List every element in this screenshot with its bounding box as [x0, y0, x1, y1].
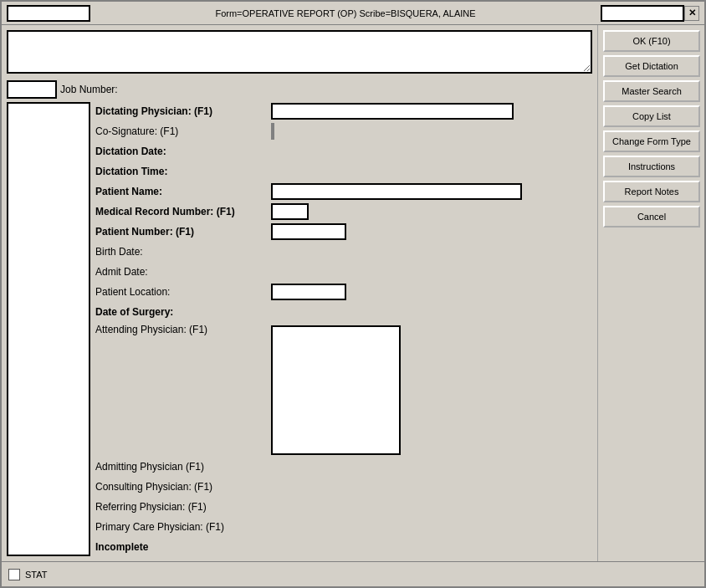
dictation-time-label: Dictation Time: [95, 166, 271, 177]
date-of-surgery-label: Date of Surgery: [95, 306, 271, 318]
birth-date-label: Birth Date: [95, 246, 271, 258]
patient-number-row: Patient Number: (F1) [95, 222, 592, 241]
medical-record-row: Medical Record Number: (F1) [95, 202, 592, 221]
change-form-type-button[interactable]: Change Form Type [603, 130, 700, 152]
patient-location-input[interactable] [271, 284, 346, 300]
right-panel: OK (F10) Get Dictation Master Search Cop… [597, 25, 704, 561]
medical-record-input[interactable] [271, 203, 309, 220]
patient-name-input[interactable] [271, 183, 522, 200]
top-input-left[interactable] [7, 5, 90, 22]
big-list-box[interactable] [7, 102, 90, 556]
patient-number-label: Patient Number: (F1) [95, 226, 271, 238]
admit-date-row: Admit Date: [95, 263, 592, 281]
ok-button[interactable]: OK (F10) [603, 30, 700, 52]
primary-care-row: Primary Care Physician: (F1) [95, 518, 592, 536]
primary-care-label: Primary Care Physician: (F1) [95, 521, 271, 533]
admitting-physician-label: Admitting Physician (F1) [95, 461, 271, 473]
patient-number-input[interactable] [271, 223, 346, 240]
top-input-right[interactable] [601, 5, 684, 22]
co-signature-row: Co-Signature: (F1) [95, 122, 592, 141]
patient-name-row: Patient Name: [95, 182, 592, 201]
incomplete-row: Incomplete [95, 538, 592, 556]
attending-physician-row: Attending Physician: (F1) [95, 323, 592, 456]
incomplete-label: Incomplete [95, 541, 271, 553]
get-dictation-button[interactable]: Get Dictation [603, 55, 700, 77]
admitting-physician-row: Admitting Physician (F1) [95, 458, 592, 476]
main-window: Form=OPERATIVE REPORT (OP) Scribe=BISQUE… [0, 0, 706, 588]
dictation-date-label: Dictation Date: [95, 146, 271, 157]
birth-date-row: Birth Date: [95, 243, 592, 261]
dictation-date-row: Dictation Date: [95, 142, 592, 161]
report-notes-button[interactable]: Report Notes [603, 181, 700, 202]
dictating-physician-label: Dictating Physician: (F1) [95, 105, 271, 117]
consulting-physician-row: Consulting Physician: (F1) [95, 478, 592, 496]
consulting-physician-label: Consulting Physician: (F1) [95, 481, 271, 493]
referring-physician-row: Referring Physician: (F1) [95, 498, 592, 516]
dictation-time-row: Dictation Time: [95, 162, 592, 181]
cancel-button[interactable]: Cancel [603, 206, 700, 228]
admit-date-label: Admit Date: [95, 266, 271, 278]
referring-physician-label: Referring Physician: (F1) [95, 501, 271, 513]
instructions-button[interactable]: Instructions [603, 156, 700, 177]
co-signature-label: Co-Signature: (F1) [95, 125, 271, 137]
stat-checkbox[interactable] [8, 569, 20, 580]
bottom-bar: STAT [2, 561, 704, 586]
date-of-surgery-row: Date of Surgery: [95, 303, 592, 321]
title-text: Form=OPERATIVE REPORT (OP) Scribe=BISQUE… [90, 8, 601, 18]
dictating-physician-row: Dictating Physician: (F1) [95, 102, 592, 120]
patient-location-row: Patient Location: [95, 283, 592, 301]
copy-list-button[interactable]: Copy List [603, 105, 700, 127]
title-bar: Form=OPERATIVE REPORT (OP) Scribe=BISQUE… [2, 2, 704, 25]
main-content: Job Number: Dictating Physician: (F1) Co… [2, 25, 704, 561]
attending-physician-box[interactable] [271, 325, 401, 455]
close-button[interactable]: ✕ [684, 6, 699, 21]
job-number-label: Job Number: [60, 84, 236, 95]
job-number-input[interactable] [7, 80, 57, 99]
patient-name-label: Patient Name: [95, 186, 271, 197]
fields-section: Dictating Physician: (F1) Co-Signature: … [95, 102, 592, 556]
master-search-button[interactable]: Master Search [603, 80, 700, 102]
medical-record-label: Medical Record Number: (F1) [95, 206, 271, 217]
patient-location-label: Patient Location: [95, 286, 271, 298]
left-panel: Job Number: Dictating Physician: (F1) Co… [2, 25, 597, 561]
top-textarea[interactable] [7, 30, 592, 74]
attending-physician-label: Attending Physician: (F1) [95, 324, 271, 335]
job-number-area: Job Number: [7, 80, 592, 99]
stat-label: STAT [25, 570, 47, 580]
dictating-physician-input[interactable] [271, 103, 514, 120]
co-signature-input[interactable] [271, 123, 274, 140]
form-area: Dictating Physician: (F1) Co-Signature: … [7, 102, 592, 556]
